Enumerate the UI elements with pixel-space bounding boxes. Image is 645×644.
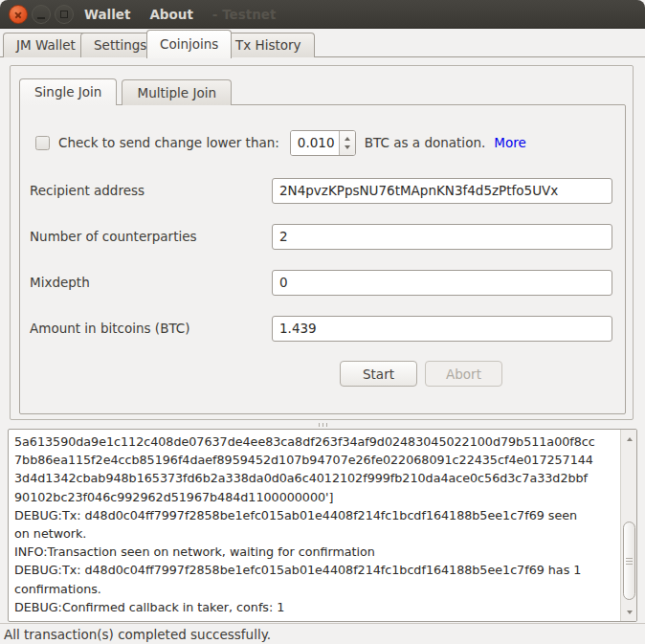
mixdepth-input[interactable] bbox=[272, 270, 612, 296]
status-bar: All transaction(s) completed successfull… bbox=[0, 623, 645, 644]
single-join-panel: Check to send change lower than: BTC as … bbox=[19, 104, 626, 414]
tab-coinjoins[interactable]: Coinjoins bbox=[146, 30, 232, 58]
menubar: Wallet About - Testnet bbox=[84, 0, 276, 29]
log-line: INFO:Transaction seen on network, waitin… bbox=[14, 543, 615, 561]
status-message: All transaction(s) completed successfull… bbox=[4, 627, 271, 642]
window-title: - Testnet bbox=[212, 7, 277, 22]
amount-label: Amount in bitcoins (BTC) bbox=[30, 321, 272, 336]
donation-amount-input[interactable] bbox=[291, 131, 339, 155]
spinner-buttons[interactable] bbox=[339, 131, 355, 155]
scroll-up-button[interactable] bbox=[622, 432, 636, 446]
log-line: on network. bbox=[14, 524, 615, 543]
more-link[interactable]: More bbox=[494, 135, 525, 150]
log-text: 5a613590da9e1c112c408de07637de4ee83ca8df… bbox=[14, 433, 615, 618]
log-line: DEBUG:Tx: d48d0c04ff7997f2858be1efc015ab… bbox=[14, 506, 615, 524]
log-line: 7bb86ea115f2e4ccb85196f4daef8959452d107b… bbox=[14, 451, 615, 469]
splitter-handle[interactable] bbox=[0, 421, 645, 429]
recipient-address-input[interactable] bbox=[272, 178, 612, 204]
log-line: confirmations. bbox=[14, 580, 615, 598]
join-tab-bar: Single Join Multiple Join bbox=[19, 78, 233, 105]
log-scrollbar[interactable] bbox=[620, 430, 636, 621]
recipient-address-label: Recipient address bbox=[30, 183, 272, 198]
donation-row: Check to send change lower than: BTC as … bbox=[35, 128, 615, 157]
main-tab-bar: JM Wallet Settings Coinjoins Tx History bbox=[0, 29, 645, 57]
tab-jm-wallet[interactable]: JM Wallet bbox=[3, 33, 89, 57]
menu-wallet[interactable]: Wallet bbox=[84, 7, 130, 22]
window-maximize-button[interactable] bbox=[55, 5, 74, 24]
window-close-button[interactable] bbox=[9, 5, 28, 24]
log-line: 90102bc23f046c992962d51967b484d110000000… bbox=[14, 488, 615, 506]
spinner-down-icon[interactable] bbox=[345, 145, 350, 149]
counterparties-input[interactable] bbox=[272, 224, 612, 250]
scrollbar-grip-icon bbox=[626, 561, 633, 562]
amount-input[interactable] bbox=[272, 316, 612, 342]
donation-checkbox-label: Check to send change lower than: bbox=[58, 135, 279, 150]
abort-button: Abort bbox=[425, 361, 502, 387]
spinner-up-icon[interactable] bbox=[345, 137, 350, 141]
minimize-icon bbox=[37, 17, 45, 19]
donation-suffix-label: BTC as a donation. bbox=[365, 135, 485, 150]
scroll-down-button[interactable] bbox=[622, 605, 636, 619]
start-button[interactable]: Start bbox=[340, 361, 417, 387]
window-minimize-button[interactable] bbox=[32, 5, 51, 24]
tab-tx-history[interactable]: Tx History bbox=[222, 33, 315, 57]
scroll-up-icon bbox=[627, 437, 633, 441]
log-line: DEBUG:Tx: d48d0c04ff7997f2858be1efc015ab… bbox=[14, 561, 615, 579]
tab-single-join[interactable]: Single Join bbox=[19, 78, 117, 105]
menu-about[interactable]: About bbox=[149, 7, 192, 22]
log-line: 5a613590da9e1c112c408de07637de4ee83ca8df… bbox=[14, 433, 615, 451]
log-line: 3d4d1342cbab948b165373fd6b2a338da0d0a6c4… bbox=[14, 469, 615, 487]
maximize-icon bbox=[60, 11, 68, 18]
tab-multiple-join[interactable]: Multiple Join bbox=[122, 79, 231, 105]
mixdepth-label: Mixdepth bbox=[30, 275, 272, 290]
recipient-address-row: Recipient address bbox=[30, 177, 612, 204]
action-buttons: Start Abort bbox=[340, 361, 502, 387]
splitter-grip-icon bbox=[322, 423, 323, 427]
donation-checkbox[interactable] bbox=[35, 136, 50, 150]
mixdepth-row: Mixdepth bbox=[30, 269, 612, 296]
scrollbar-thumb[interactable] bbox=[623, 522, 635, 600]
donation-amount-spinner bbox=[290, 130, 356, 156]
log-line: DEBUG:Confirmed callback in taker, confs… bbox=[14, 598, 615, 616]
counterparties-label: Number of counterparties bbox=[30, 229, 272, 244]
counterparties-row: Number of counterparties bbox=[30, 223, 612, 250]
app-window: Wallet About - Testnet JM Wallet Setting… bbox=[0, 0, 645, 644]
amount-row: Amount in bitcoins (BTC) bbox=[30, 315, 612, 342]
titlebar[interactable]: Wallet About - Testnet bbox=[0, 0, 645, 29]
log-output[interactable]: 5a613590da9e1c112c408de07637de4ee83ca8df… bbox=[8, 429, 637, 622]
scroll-down-icon bbox=[627, 611, 633, 614]
